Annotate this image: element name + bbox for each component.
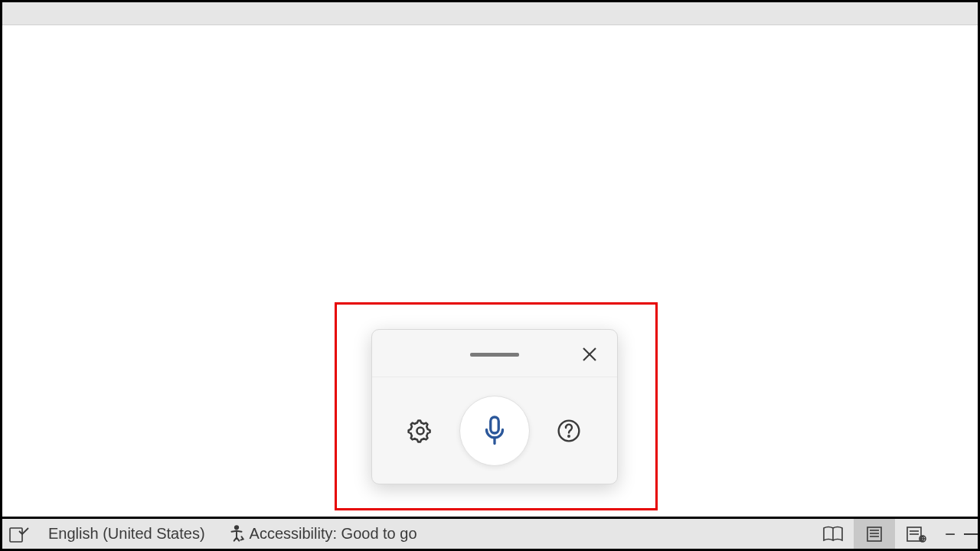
svg-point-6 <box>569 435 570 437</box>
language-button[interactable]: English (United States) <box>36 519 217 549</box>
status-right: − <box>812 519 978 549</box>
spellcheck-button[interactable] <box>2 519 36 549</box>
accessibility-icon <box>227 524 247 544</box>
accessibility-button[interactable]: Accessibility: Good to go <box>217 519 426 549</box>
dictation-header <box>372 330 617 377</box>
close-icon <box>581 346 598 363</box>
read-mode-button[interactable] <box>812 519 854 549</box>
print-layout-button[interactable] <box>854 519 895 549</box>
help-icon <box>557 419 581 443</box>
dictation-body <box>372 377 617 484</box>
microphone-icon <box>481 415 508 447</box>
svg-rect-7 <box>10 528 22 542</box>
svg-rect-9 <box>867 527 881 541</box>
svg-point-8 <box>234 526 237 529</box>
spellcheck-icon <box>8 525 30 543</box>
print-layout-icon <box>865 526 884 543</box>
zoom-out-button[interactable]: − <box>936 519 964 549</box>
accessibility-label: Accessibility: Good to go <box>250 525 417 543</box>
microphone-button[interactable] <box>459 396 530 466</box>
read-mode-icon <box>822 526 844 543</box>
svg-rect-3 <box>491 417 499 433</box>
language-label: English (United States) <box>48 525 205 543</box>
dictation-settings-button[interactable] <box>403 414 437 448</box>
zoom-slider[interactable] <box>964 533 978 535</box>
close-button[interactable] <box>576 341 603 368</box>
gear-icon <box>407 418 433 444</box>
dictation-help-button[interactable] <box>552 414 586 448</box>
web-layout-button[interactable] <box>895 519 936 549</box>
status-bar: English (United States) Accessibility: G… <box>2 517 978 549</box>
drag-handle-icon[interactable] <box>470 353 519 357</box>
web-layout-icon <box>905 526 926 543</box>
svg-point-2 <box>416 427 423 434</box>
dictation-toolbar <box>371 329 618 484</box>
status-left: English (United States) Accessibility: G… <box>2 519 426 549</box>
ribbon-area <box>2 2 978 25</box>
